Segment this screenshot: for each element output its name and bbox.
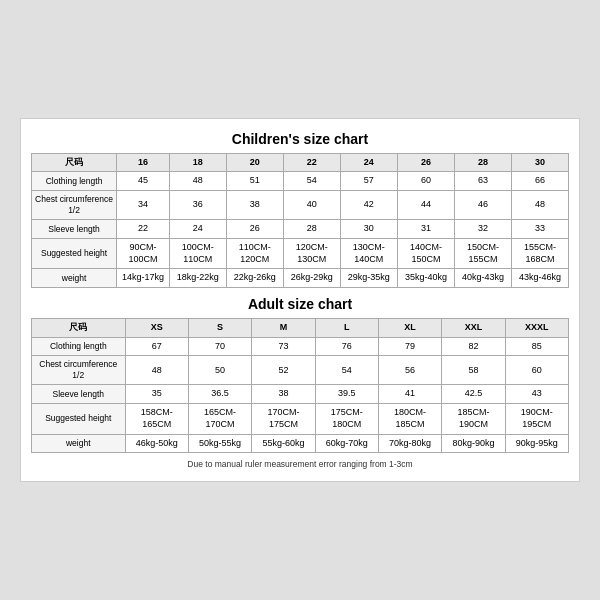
cell-value: 22 — [117, 220, 170, 239]
children-table: 尺码1618202224262830 Clothing length454851… — [31, 153, 569, 288]
cell-value: 30 — [340, 220, 397, 239]
cell-value: 55kg-60kg — [252, 434, 315, 453]
cell-value: 45 — [117, 172, 170, 191]
row-label: Chest circumference 1/2 — [32, 356, 126, 385]
measurement-note: Due to manual ruler measurement error ra… — [31, 459, 569, 469]
table-row: Sleeve length3536.53839.54142.543 — [32, 385, 569, 404]
cell-value: 36.5 — [188, 385, 251, 404]
cell-value: 130CM-140CM — [340, 238, 397, 268]
cell-value: 29kg-35kg — [340, 269, 397, 288]
cell-value: 41 — [378, 385, 441, 404]
column-header: XXL — [442, 319, 505, 338]
column-header: L — [315, 319, 378, 338]
cell-value: 158CM-165CM — [125, 404, 188, 434]
cell-value: 185CM-190CM — [442, 404, 505, 434]
cell-value: 73 — [252, 337, 315, 356]
adult-table: 尺码XSSMLXLXXLXXXL Clothing length67707376… — [31, 318, 569, 453]
cell-value: 110CM-120CM — [226, 238, 283, 268]
cell-value: 31 — [397, 220, 454, 239]
cell-value: 190CM-195CM — [505, 404, 568, 434]
column-header: 24 — [340, 153, 397, 172]
cell-value: 26 — [226, 220, 283, 239]
cell-value: 56 — [378, 356, 441, 385]
cell-value: 39.5 — [315, 385, 378, 404]
cell-value: 46 — [454, 191, 511, 220]
cell-value: 43kg-46kg — [511, 269, 568, 288]
cell-value: 82 — [442, 337, 505, 356]
adult-chart-title: Adult size chart — [31, 296, 569, 312]
row-label: Suggested height — [32, 404, 126, 434]
column-header: 尺码 — [32, 153, 117, 172]
cell-value: 32 — [454, 220, 511, 239]
cell-value: 28 — [283, 220, 340, 239]
cell-value: 54 — [283, 172, 340, 191]
cell-value: 51 — [226, 172, 283, 191]
cell-value: 70 — [188, 337, 251, 356]
row-label: weight — [32, 269, 117, 288]
table-row: Suggested height158CM-165CM165CM-170CM17… — [32, 404, 569, 434]
cell-value: 42 — [340, 191, 397, 220]
cell-value: 63 — [454, 172, 511, 191]
cell-value: 54 — [315, 356, 378, 385]
column-header: M — [252, 319, 315, 338]
cell-value: 57 — [340, 172, 397, 191]
cell-value: 80kg-90kg — [442, 434, 505, 453]
cell-value: 48 — [125, 356, 188, 385]
cell-value: 175CM-180CM — [315, 404, 378, 434]
cell-value: 155CM-168CM — [511, 238, 568, 268]
cell-value: 120CM-130CM — [283, 238, 340, 268]
cell-value: 18kg-22kg — [169, 269, 226, 288]
cell-value: 24 — [169, 220, 226, 239]
row-label: Clothing length — [32, 172, 117, 191]
cell-value: 38 — [226, 191, 283, 220]
cell-value: 180CM-185CM — [378, 404, 441, 434]
column-header: 尺码 — [32, 319, 126, 338]
cell-value: 90kg-95kg — [505, 434, 568, 453]
cell-value: 35 — [125, 385, 188, 404]
cell-value: 50 — [188, 356, 251, 385]
column-header: 16 — [117, 153, 170, 172]
cell-value: 40kg-43kg — [454, 269, 511, 288]
cell-value: 35kg-40kg — [397, 269, 454, 288]
cell-value: 44 — [397, 191, 454, 220]
cell-value: 33 — [511, 220, 568, 239]
cell-value: 22kg-26kg — [226, 269, 283, 288]
column-header: 22 — [283, 153, 340, 172]
cell-value: 66 — [511, 172, 568, 191]
cell-value: 40 — [283, 191, 340, 220]
row-label: Sleeve length — [32, 385, 126, 404]
row-label: Suggested height — [32, 238, 117, 268]
cell-value: 48 — [511, 191, 568, 220]
column-header: XL — [378, 319, 441, 338]
size-chart-card: Children's size chart 尺码1618202224262830… — [20, 118, 580, 482]
cell-value: 26kg-29kg — [283, 269, 340, 288]
cell-value: 36 — [169, 191, 226, 220]
cell-value: 100CM-110CM — [169, 238, 226, 268]
row-label: Sleeve length — [32, 220, 117, 239]
cell-value: 76 — [315, 337, 378, 356]
cell-value: 60kg-70kg — [315, 434, 378, 453]
children-chart-title: Children's size chart — [31, 131, 569, 147]
table-row: Clothing length4548515457606366 — [32, 172, 569, 191]
cell-value: 14kg-17kg — [117, 269, 170, 288]
cell-value: 34 — [117, 191, 170, 220]
cell-value: 85 — [505, 337, 568, 356]
cell-value: 58 — [442, 356, 505, 385]
row-label: Clothing length — [32, 337, 126, 356]
cell-value: 60 — [505, 356, 568, 385]
column-header: 26 — [397, 153, 454, 172]
table-row: weight46kg-50kg50kg-55kg55kg-60kg60kg-70… — [32, 434, 569, 453]
cell-value: 60 — [397, 172, 454, 191]
cell-value: 165CM-170CM — [188, 404, 251, 434]
column-header: 30 — [511, 153, 568, 172]
table-row: Chest circumference 1/23436384042444648 — [32, 191, 569, 220]
column-header: 20 — [226, 153, 283, 172]
cell-value: 42.5 — [442, 385, 505, 404]
table-row: Clothing length67707376798285 — [32, 337, 569, 356]
table-row: weight14kg-17kg18kg-22kg22kg-26kg26kg-29… — [32, 269, 569, 288]
cell-value: 43 — [505, 385, 568, 404]
column-header: S — [188, 319, 251, 338]
table-row: Chest circumference 1/248505254565860 — [32, 356, 569, 385]
cell-value: 38 — [252, 385, 315, 404]
cell-value: 70kg-80kg — [378, 434, 441, 453]
